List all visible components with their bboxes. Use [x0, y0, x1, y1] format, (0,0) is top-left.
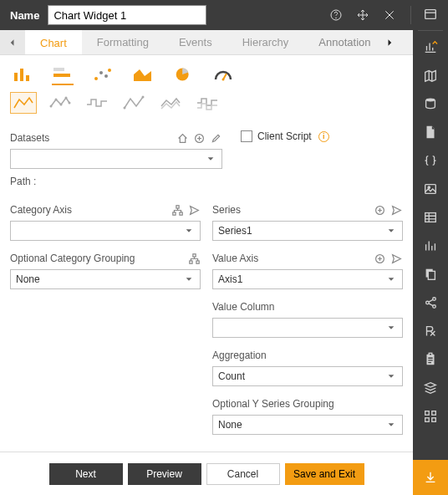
svg-point-13 — [50, 105, 53, 108]
svg-point-7 — [94, 77, 98, 80]
line-subtype-5-icon[interactable] — [157, 92, 184, 114]
rail-layers-icon[interactable] — [413, 374, 448, 402]
chart-type-column-icon[interactable] — [12, 64, 33, 85]
rail-bars-icon[interactable] — [413, 232, 448, 260]
svg-point-16 — [65, 97, 68, 100]
svg-rect-29 — [425, 10, 436, 19]
svg-point-38 — [433, 305, 436, 309]
value-column-select[interactable] — [212, 318, 403, 338]
series-label: Series — [212, 204, 241, 216]
datasets-home-icon[interactable] — [176, 131, 189, 145]
line-subtype-4-icon[interactable] — [120, 92, 147, 114]
svg-rect-25 — [189, 260, 191, 263]
svg-rect-21 — [176, 205, 178, 207]
svg-point-36 — [426, 301, 430, 304]
rail-copy-icon[interactable] — [413, 260, 448, 288]
info-icon[interactable]: i — [318, 131, 329, 142]
rail-table-icon[interactable] — [413, 203, 448, 232]
move-icon[interactable] — [354, 6, 372, 24]
line-subtype-3-icon[interactable] — [84, 92, 110, 114]
svg-rect-44 — [432, 418, 436, 422]
optional-y-grouping-label: Optional Y Series Grouping — [212, 398, 334, 410]
rail-db-icon[interactable] — [413, 89, 448, 118]
category-tree-icon[interactable] — [171, 203, 184, 217]
svg-rect-4 — [26, 75, 29, 81]
value-axis-add-icon[interactable] — [373, 252, 386, 265]
rail-panel-icon[interactable] — [413, 0, 448, 28]
cancel-button[interactable]: Cancel — [206, 463, 280, 485]
svg-rect-5 — [53, 74, 70, 77]
rail-code-icon[interactable] — [413, 146, 448, 175]
svg-point-32 — [428, 186, 430, 188]
chart-type-scatter-icon[interactable] — [92, 64, 114, 85]
rail-map-icon[interactable] — [413, 61, 448, 89]
series-add-icon[interactable] — [373, 203, 386, 217]
rail-rx-icon[interactable] — [413, 317, 448, 345]
tab-events[interactable]: Events — [164, 30, 227, 54]
svg-rect-23 — [179, 212, 181, 214]
datasets-edit-icon[interactable] — [209, 131, 222, 145]
svg-rect-43 — [425, 418, 430, 422]
tabs-scroll-left[interactable] — [0, 30, 25, 54]
name-input[interactable] — [48, 5, 206, 25]
client-script-checkbox[interactable] — [241, 130, 252, 142]
svg-point-37 — [433, 298, 436, 301]
rail-chart-icon[interactable] — [413, 33, 448, 61]
chevron-down-icon — [385, 372, 397, 380]
optional-category-grouping-select[interactable]: None — [10, 269, 201, 289]
chart-type-gauge-icon[interactable] — [212, 64, 234, 85]
chevron-down-icon — [385, 227, 397, 235]
datasets-select[interactable] — [10, 149, 222, 169]
tab-chart[interactable]: Chart — [25, 30, 82, 54]
svg-rect-41 — [425, 411, 430, 416]
rail-download-icon[interactable] — [413, 460, 448, 495]
rail-grid-icon[interactable] — [413, 402, 448, 431]
series-send-icon[interactable] — [389, 203, 403, 217]
line-subtype-1-icon[interactable] — [10, 92, 37, 114]
grouping-tree-icon[interactable] — [187, 252, 201, 265]
chevron-down-icon — [183, 227, 195, 235]
preview-button[interactable]: Preview — [128, 463, 201, 485]
datasets-add-icon[interactable] — [192, 131, 206, 145]
aggregation-value: Count — [218, 370, 385, 382]
svg-point-17 — [69, 102, 71, 105]
tab-formatting[interactable]: Formatting — [82, 30, 164, 54]
category-send-icon[interactable] — [187, 203, 201, 217]
line-subtype-2-icon[interactable] — [47, 92, 74, 114]
chart-type-line-icon[interactable] — [52, 64, 74, 85]
svg-point-30 — [426, 99, 435, 102]
help-icon[interactable] — [327, 6, 345, 24]
svg-point-8 — [99, 71, 103, 74]
close-icon[interactable] — [380, 6, 399, 24]
svg-rect-33 — [425, 213, 436, 222]
chart-type-area-icon[interactable] — [132, 64, 154, 85]
tabs-scroll-right[interactable] — [377, 30, 402, 54]
rail-clipboard-icon[interactable] — [413, 345, 448, 374]
value-axis-label: Value Axis — [212, 253, 258, 264]
svg-point-9 — [104, 74, 108, 78]
tab-hierarchy[interactable]: Hierarchy — [227, 30, 304, 54]
optional-y-grouping-select[interactable]: None — [212, 415, 403, 435]
next-button[interactable]: Next — [49, 463, 123, 485]
aggregation-select[interactable]: Count — [212, 366, 403, 386]
svg-rect-31 — [425, 185, 436, 194]
svg-point-10 — [108, 69, 111, 72]
line-subtype-6-icon[interactable] — [194, 92, 221, 114]
tab-annotation[interactable]: Annotation — [303, 30, 377, 54]
chevron-down-icon — [385, 275, 397, 283]
rail-image-icon[interactable] — [413, 175, 448, 203]
value-column-label: Value Column — [212, 301, 274, 313]
series-select[interactable]: Series1 — [212, 221, 403, 241]
chevron-down-icon — [205, 155, 216, 163]
save-exit-button[interactable]: Save and Exit — [285, 463, 364, 485]
chart-type-pie-icon[interactable] — [172, 64, 194, 85]
svg-rect-26 — [196, 260, 198, 263]
value-axis-send-icon[interactable] — [389, 252, 403, 265]
value-axis-select[interactable]: Axis1 — [212, 269, 403, 289]
chevron-down-icon — [385, 421, 397, 429]
rail-share-icon[interactable] — [413, 288, 448, 317]
rail-doc-icon[interactable] — [413, 118, 448, 146]
category-axis-select[interactable] — [10, 221, 201, 241]
svg-rect-3 — [20, 69, 23, 81]
svg-rect-24 — [192, 253, 195, 256]
